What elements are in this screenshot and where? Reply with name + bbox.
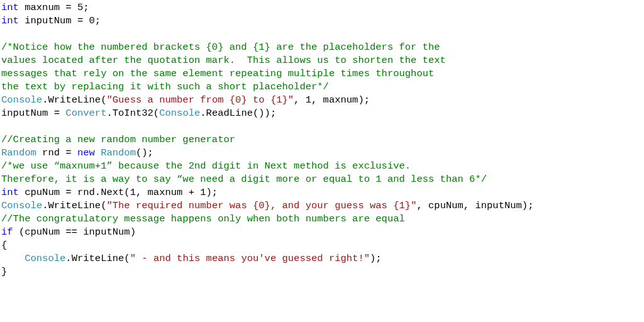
- code-line: //The congratulatory message happens onl…: [1, 213, 405, 225]
- code-token: messages that rely on the same element r…: [1, 68, 434, 79]
- code-line: the text by replacing it with such a sho…: [1, 81, 329, 92]
- code-token: [1, 253, 25, 264]
- code-line: /*Notice how the numbered brackets {0} a…: [1, 42, 440, 53]
- code-token: "Guess a number from {0} to {1}": [106, 94, 294, 106]
- code-line: int inputNum = 0;: [1, 15, 101, 26]
- code-token: Convert: [65, 108, 106, 119]
- code-line: Console.WriteLine("Guess a number from {…: [1, 94, 370, 106]
- code-token: rnd =: [36, 147, 77, 158]
- code-line: int cpuNum = rnd.Next(1, maxnum + 1);: [1, 187, 218, 198]
- code-line: values located after the quotation mark.…: [1, 55, 446, 66]
- code-line: if (cpuNum == inputNum): [1, 226, 136, 238]
- code-token: ();: [136, 147, 153, 158]
- code-token: [95, 147, 101, 158]
- code-token: maxnum = 5;: [19, 2, 89, 13]
- code-line: inputNum = Convert.ToInt32(Console.ReadL…: [1, 108, 276, 119]
- code-line: /*we use “maxnum+1” because the 2nd digi…: [1, 160, 411, 172]
- code-token: (cpuNum == inputNum): [13, 226, 136, 238]
- code-line: //Creating a new random number generator: [1, 134, 235, 145]
- code-line: Console.WriteLine("The required number w…: [1, 200, 533, 211]
- code-token: Console: [1, 200, 42, 211]
- code-token: {: [1, 240, 7, 251]
- code-token: new: [77, 147, 95, 158]
- code-token: "The required number was {0}, and your g…: [106, 200, 416, 211]
- code-block: int maxnum = 5; int inputNum = 0; /*Noti…: [0, 0, 644, 279]
- code-token: int: [1, 15, 19, 26]
- code-token: " - and this means you've guessed right!…: [130, 253, 370, 264]
- code-token: Random: [1, 147, 36, 158]
- code-token: .WriteLine(: [42, 94, 106, 106]
- code-line: messages that rely on the same element r…: [1, 68, 434, 79]
- code-token: cpuNum = rnd.Next(1, maxnum + 1);: [19, 187, 218, 198]
- code-token: Random: [101, 147, 136, 158]
- code-token: //Creating a new random number generator: [1, 134, 235, 145]
- code-line: Therefore, it is a way to say “we need a…: [1, 174, 487, 185]
- code-token: /*Notice how the numbered brackets {0} a…: [1, 42, 440, 53]
- code-token: );: [370, 253, 382, 264]
- code-token: Console: [25, 253, 65, 264]
- code-line: Random rnd = new Random();: [1, 147, 153, 158]
- code-token: int: [1, 2, 19, 13]
- code-token: , 1, maxnum);: [294, 94, 370, 106]
- code-token: /*we use “maxnum+1” because the 2nd digi…: [1, 160, 411, 172]
- code-token: values located after the quotation mark.…: [1, 55, 446, 66]
- code-token: .ReadLine());: [200, 108, 276, 119]
- code-line: int maxnum = 5;: [1, 2, 89, 13]
- code-token: Therefore, it is a way to say “we need a…: [1, 174, 487, 185]
- code-line: Console.WriteLine(" - and this means you…: [1, 253, 382, 264]
- code-token: Console: [159, 108, 200, 119]
- code-token: Console: [1, 94, 42, 106]
- code-token: int: [1, 187, 19, 198]
- code-token: .WriteLine(: [42, 200, 106, 211]
- code-token: inputNum = 0;: [19, 15, 101, 26]
- code-token: if: [1, 226, 13, 238]
- code-token: , cpuNum, inputNum);: [416, 200, 533, 211]
- code-token: .WriteLine(: [65, 253, 130, 264]
- code-token: //The congratulatory message happens onl…: [1, 213, 405, 225]
- code-line: }: [1, 266, 7, 277]
- code-token: inputNum =: [1, 108, 65, 119]
- code-token: }: [1, 266, 7, 277]
- code-line: {: [1, 240, 7, 251]
- code-token: .ToInt32(: [106, 108, 159, 119]
- code-token: the text by replacing it with such a sho…: [1, 81, 329, 92]
